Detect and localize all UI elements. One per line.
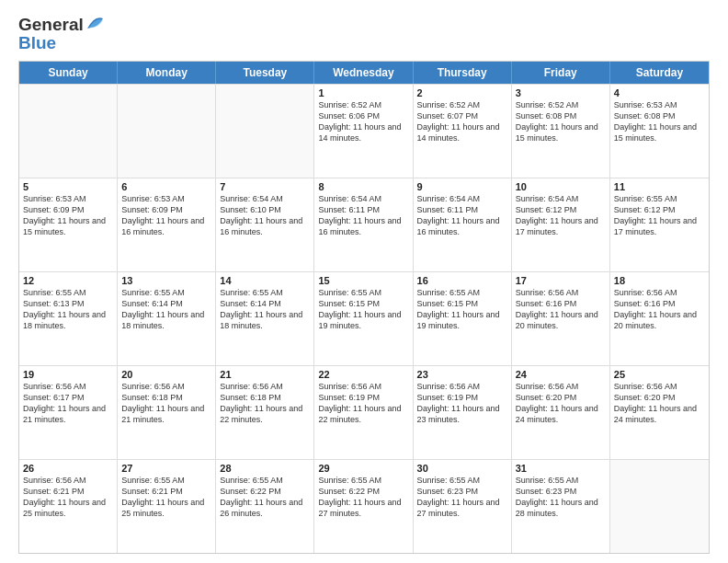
calendar-cell: [19, 85, 118, 178]
day-info: Sunrise: 6:52 AM Sunset: 6:06 PM Dayligh…: [318, 99, 408, 144]
day-info: Sunrise: 6:54 AM Sunset: 6:10 PM Dayligh…: [220, 193, 310, 238]
day-info: Sunrise: 6:55 AM Sunset: 6:22 PM Dayligh…: [220, 475, 310, 520]
calendar-cell: 6Sunrise: 6:53 AM Sunset: 6:09 PM Daylig…: [118, 178, 216, 271]
day-number: 20: [121, 369, 211, 380]
calendar-row-4: 26Sunrise: 6:56 AM Sunset: 6:21 PM Dayli…: [19, 459, 709, 553]
calendar: SundayMondayTuesdayWednesdayThursdayFrid…: [18, 61, 710, 554]
day-number: 19: [23, 369, 113, 380]
day-number: 28: [220, 463, 310, 474]
day-info: Sunrise: 6:55 AM Sunset: 6:14 PM Dayligh…: [220, 287, 310, 332]
calendar-cell: 15Sunrise: 6:55 AM Sunset: 6:15 PM Dayli…: [314, 272, 413, 365]
calendar-cell: [118, 85, 216, 178]
calendar-cell: 28Sunrise: 6:55 AM Sunset: 6:22 PM Dayli…: [216, 460, 314, 553]
logo: General Blue: [18, 15, 104, 53]
day-number: 31: [516, 463, 606, 474]
calendar-cell: 22Sunrise: 6:56 AM Sunset: 6:19 PM Dayli…: [314, 366, 413, 459]
calendar-cell: 25Sunrise: 6:56 AM Sunset: 6:20 PM Dayli…: [610, 366, 709, 459]
calendar-cell: 13Sunrise: 6:55 AM Sunset: 6:14 PM Dayli…: [118, 272, 216, 365]
weekday-header-sunday: Sunday: [19, 62, 118, 84]
calendar-cell: 8Sunrise: 6:54 AM Sunset: 6:11 PM Daylig…: [314, 178, 413, 271]
weekday-header-friday: Friday: [512, 62, 610, 84]
day-number: 3: [516, 87, 606, 98]
day-info: Sunrise: 6:56 AM Sunset: 6:21 PM Dayligh…: [23, 475, 113, 520]
calendar-cell: 17Sunrise: 6:56 AM Sunset: 6:16 PM Dayli…: [512, 272, 610, 365]
calendar-cell: 3Sunrise: 6:52 AM Sunset: 6:08 PM Daylig…: [512, 85, 610, 178]
day-info: Sunrise: 6:55 AM Sunset: 6:12 PM Dayligh…: [614, 193, 705, 238]
header: General Blue: [18, 15, 710, 53]
logo-general: General: [18, 15, 84, 35]
page: General Blue SundayMondayTuesdayWednesda…: [0, 0, 728, 563]
day-info: Sunrise: 6:56 AM Sunset: 6:16 PM Dayligh…: [516, 287, 606, 332]
calendar-cell: 29Sunrise: 6:55 AM Sunset: 6:22 PM Dayli…: [314, 460, 413, 553]
day-info: Sunrise: 6:53 AM Sunset: 6:09 PM Dayligh…: [121, 193, 211, 238]
calendar-cell: 20Sunrise: 6:56 AM Sunset: 6:18 PM Dayli…: [118, 366, 216, 459]
day-number: 5: [23, 181, 113, 192]
calendar-cell: 1Sunrise: 6:52 AM Sunset: 6:06 PM Daylig…: [314, 85, 413, 178]
calendar-cell: 2Sunrise: 6:52 AM Sunset: 6:07 PM Daylig…: [414, 85, 512, 178]
day-number: 30: [417, 463, 507, 474]
day-info: Sunrise: 6:56 AM Sunset: 6:19 PM Dayligh…: [318, 381, 408, 426]
calendar-row-1: 5Sunrise: 6:53 AM Sunset: 6:09 PM Daylig…: [19, 178, 709, 271]
calendar-body: 1Sunrise: 6:52 AM Sunset: 6:06 PM Daylig…: [19, 84, 709, 553]
calendar-cell: 23Sunrise: 6:56 AM Sunset: 6:19 PM Dayli…: [414, 366, 512, 459]
calendar-cell: 10Sunrise: 6:54 AM Sunset: 6:12 PM Dayli…: [512, 178, 610, 271]
weekday-header-monday: Monday: [118, 62, 216, 84]
day-number: 22: [318, 369, 408, 380]
day-number: 10: [516, 181, 606, 192]
day-info: Sunrise: 6:55 AM Sunset: 6:14 PM Dayligh…: [121, 287, 211, 332]
calendar-row-0: 1Sunrise: 6:52 AM Sunset: 6:06 PM Daylig…: [19, 84, 709, 178]
calendar-cell: 27Sunrise: 6:55 AM Sunset: 6:21 PM Dayli…: [118, 460, 216, 553]
calendar-cell: 26Sunrise: 6:56 AM Sunset: 6:21 PM Dayli…: [19, 460, 118, 553]
day-info: Sunrise: 6:56 AM Sunset: 6:20 PM Dayligh…: [516, 381, 606, 426]
day-number: 12: [23, 275, 113, 286]
day-info: Sunrise: 6:54 AM Sunset: 6:11 PM Dayligh…: [417, 193, 507, 238]
calendar-cell: 16Sunrise: 6:55 AM Sunset: 6:15 PM Dayli…: [414, 272, 512, 365]
logo-container: General: [18, 15, 104, 35]
day-number: 21: [220, 369, 310, 380]
calendar-cell: 30Sunrise: 6:55 AM Sunset: 6:23 PM Dayli…: [414, 460, 512, 553]
day-number: 27: [121, 463, 211, 474]
calendar-cell: 21Sunrise: 6:56 AM Sunset: 6:18 PM Dayli…: [216, 366, 314, 459]
day-number: 16: [417, 275, 507, 286]
day-number: 2: [417, 87, 507, 98]
calendar-cell: 19Sunrise: 6:56 AM Sunset: 6:17 PM Dayli…: [19, 366, 118, 459]
day-number: 9: [417, 181, 507, 192]
weekday-header-saturday: Saturday: [610, 62, 709, 84]
day-info: Sunrise: 6:55 AM Sunset: 6:22 PM Dayligh…: [318, 475, 408, 520]
day-info: Sunrise: 6:56 AM Sunset: 6:16 PM Dayligh…: [614, 287, 705, 332]
logo-blue: Blue: [18, 33, 56, 53]
day-info: Sunrise: 6:52 AM Sunset: 6:07 PM Dayligh…: [417, 99, 507, 144]
day-info: Sunrise: 6:54 AM Sunset: 6:11 PM Dayligh…: [318, 193, 408, 238]
day-number: 23: [417, 369, 507, 380]
day-info: Sunrise: 6:53 AM Sunset: 6:09 PM Dayligh…: [23, 193, 113, 238]
day-info: Sunrise: 6:55 AM Sunset: 6:21 PM Dayligh…: [121, 475, 211, 520]
calendar-cell: 4Sunrise: 6:53 AM Sunset: 6:08 PM Daylig…: [610, 85, 709, 178]
calendar-row-2: 12Sunrise: 6:55 AM Sunset: 6:13 PM Dayli…: [19, 271, 709, 365]
weekday-header-tuesday: Tuesday: [216, 62, 314, 84]
day-number: 4: [614, 87, 705, 98]
day-info: Sunrise: 6:55 AM Sunset: 6:15 PM Dayligh…: [417, 287, 507, 332]
calendar-cell: [216, 85, 314, 178]
day-number: 24: [516, 369, 606, 380]
day-info: Sunrise: 6:56 AM Sunset: 6:19 PM Dayligh…: [417, 381, 507, 426]
calendar-cell: 24Sunrise: 6:56 AM Sunset: 6:20 PM Dayli…: [512, 366, 610, 459]
weekday-header-wednesday: Wednesday: [314, 62, 413, 84]
calendar-cell: 11Sunrise: 6:55 AM Sunset: 6:12 PM Dayli…: [610, 178, 709, 271]
weekday-header-thursday: Thursday: [414, 62, 512, 84]
day-number: 25: [614, 369, 705, 380]
calendar-cell: 18Sunrise: 6:56 AM Sunset: 6:16 PM Dayli…: [610, 272, 709, 365]
day-number: 13: [121, 275, 211, 286]
day-info: Sunrise: 6:55 AM Sunset: 6:23 PM Dayligh…: [417, 475, 507, 520]
day-number: 8: [318, 181, 408, 192]
day-info: Sunrise: 6:55 AM Sunset: 6:23 PM Dayligh…: [516, 475, 606, 520]
calendar-cell: 12Sunrise: 6:55 AM Sunset: 6:13 PM Dayli…: [19, 272, 118, 365]
day-number: 17: [516, 275, 606, 286]
day-info: Sunrise: 6:53 AM Sunset: 6:08 PM Dayligh…: [614, 99, 705, 144]
day-number: 6: [121, 181, 211, 192]
day-number: 7: [220, 181, 310, 192]
logo-wing-icon: [85, 14, 104, 30]
day-info: Sunrise: 6:55 AM Sunset: 6:13 PM Dayligh…: [23, 287, 113, 332]
calendar-header: SundayMondayTuesdayWednesdayThursdayFrid…: [19, 62, 709, 84]
day-info: Sunrise: 6:56 AM Sunset: 6:17 PM Dayligh…: [23, 381, 113, 426]
day-info: Sunrise: 6:54 AM Sunset: 6:12 PM Dayligh…: [516, 193, 606, 238]
